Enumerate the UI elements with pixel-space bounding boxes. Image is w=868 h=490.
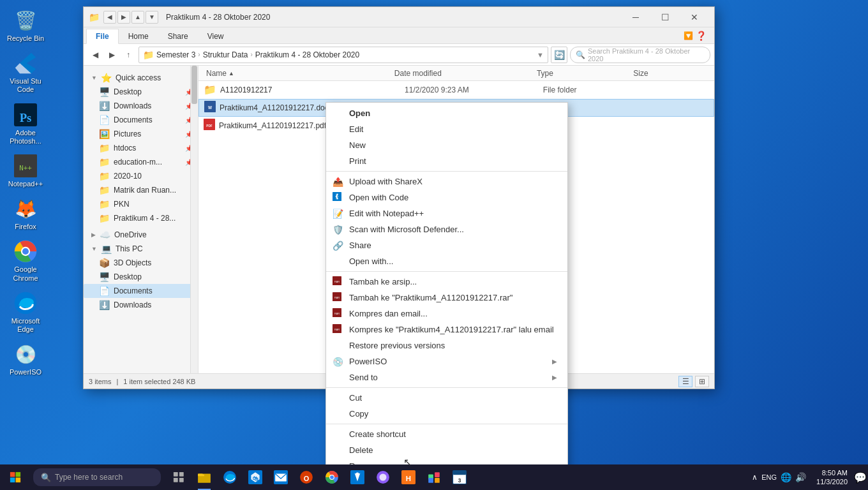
taskbar-purple-app[interactable]: [370, 464, 396, 490]
ribbon-tab-share[interactable]: Share: [158, 29, 198, 43]
path-semester: Semester 3: [156, 50, 195, 59]
tray-network-icon[interactable]: 🌐: [781, 472, 791, 482]
ctx-kompres-rar-email[interactable]: RAR Kompres ke "Praktikum4_A11201912217.…: [326, 322, 567, 338]
ctx-sharex[interactable]: 📤 Upload with ShareX: [326, 174, 567, 189]
sidebar-item-documents2[interactable]: 📄 Documents: [84, 284, 198, 298]
docx-icon: W: [204, 101, 216, 115]
sidebar-item-2020[interactable]: 📁 2020-10: [84, 169, 198, 183]
taskbar-office[interactable]: O: [294, 464, 319, 490]
col-header-type[interactable]: Type: [534, 69, 631, 78]
ctx-delete[interactable]: Delete: [326, 442, 567, 458]
ctx-open-with[interactable]: Open with...: [326, 253, 567, 269]
close-button[interactable]: ✕: [680, 7, 709, 27]
sidebar-item-education[interactable]: 📁 education-m... 📌: [84, 155, 198, 169]
desktop-icon-edge[interactable]: Microsoft Edge: [3, 288, 49, 336]
sidebar-item-downloads[interactable]: ⬇️ Downloads 📌: [84, 99, 198, 113]
tray-volume-icon[interactable]: 🔊: [795, 472, 806, 482]
sidebar-item-quick-access[interactable]: ▼ ⭐ Quick access: [84, 71, 198, 85]
nav-forward-btn[interactable]: ▶: [117, 11, 130, 24]
pdf-icon: PDF: [204, 119, 215, 133]
col-header-date[interactable]: Date modified: [392, 69, 534, 78]
quick-access-collapse: ▼: [91, 75, 97, 81]
nav-back-btn[interactable]: ◀: [103, 11, 116, 24]
tray-up-arrow[interactable]: ∧: [752, 473, 758, 482]
desktop-icon-photoshop[interactable]: Ps Adobe Photosh...: [3, 100, 49, 148]
taskbar-file-explorer[interactable]: [191, 464, 217, 490]
ctx-edit-notepad[interactable]: 📝 Edit with Notepad++: [326, 205, 567, 221]
ctx-scan[interactable]: 🛡️ Scan with Microsoft Defender...: [326, 221, 567, 237]
details-view-button[interactable]: ☰: [678, 376, 692, 387]
taskbar-calendar-app[interactable]: 3: [447, 464, 472, 490]
taskbar-chrome[interactable]: [319, 464, 345, 490]
taskbar-edge[interactable]: [217, 464, 243, 490]
ctx-kompres-email[interactable]: RAR Kompres dan email...: [326, 306, 567, 322]
forward-button[interactable]: ▶: [104, 47, 119, 63]
ctx-poweriso[interactable]: 💿 PowerISO ▶: [326, 353, 567, 369]
ctx-restore[interactable]: Restore previous versions: [326, 338, 567, 353]
sidebar-item-pictures[interactable]: 🖼️ Pictures 📌: [84, 127, 198, 141]
ctx-edit[interactable]: Edit: [326, 121, 567, 137]
desktop-icon-chrome[interactable]: Google Chrome: [3, 236, 49, 285]
ctx-create-shortcut[interactable]: Create shortcut: [326, 426, 567, 442]
sidebar-label-2020: 2020-10: [114, 172, 142, 181]
nav-up-btn[interactable]: ▲: [131, 11, 144, 24]
desktop-icon-notepad[interactable]: N++ Notepad++: [3, 151, 49, 191]
sidebar-item-thispc[interactable]: ▼ 💻 This PC: [84, 242, 198, 256]
maximize-button[interactable]: ☐: [650, 7, 680, 27]
sidebar-item-documents[interactable]: 📄 Documents 📌: [84, 113, 198, 127]
desktop-icon-poweriso[interactable]: 💿 PowerISO: [3, 339, 49, 379]
col-header-size[interactable]: Size: [631, 69, 709, 78]
ctx-tambah-arsip[interactable]: RAR Tambah ke arsip...: [326, 274, 567, 290]
start-button[interactable]: [0, 464, 31, 490]
ctx-share[interactable]: 🔗 Share: [326, 237, 567, 253]
ctx-open-code[interactable]: Open with Code: [326, 189, 567, 205]
ribbon-help-btn[interactable]: ❓: [696, 31, 707, 41]
taskbar-mail[interactable]: [268, 464, 294, 490]
ribbon-tab-file[interactable]: File: [86, 29, 119, 44]
sidebar-item-praktikum4[interactable]: 📁 Praktikum 4 - 28...: [84, 211, 198, 225]
sidebar-item-downloads2[interactable]: ⬇️ Downloads: [84, 298, 198, 312]
search-box[interactable]: 🔍 Search Praktikum 4 - 28 Oktober 2020: [570, 47, 710, 63]
up-button[interactable]: ↑: [121, 47, 136, 63]
sidebar-item-desktop2[interactable]: 🖥️ Desktop: [84, 270, 198, 284]
sidebar-item-onedrive[interactable]: ▶ ☁️ OneDrive: [84, 228, 198, 242]
taskbar-search[interactable]: 🔍 Type here to search: [33, 468, 161, 486]
file-row-folder[interactable]: 📁 A11201912217 11/2/2020 9:23 AM File fo…: [198, 81, 714, 99]
ctx-print[interactable]: Print: [326, 153, 567, 169]
col-header-name[interactable]: Name ▲: [204, 69, 392, 78]
desktop-icon-recycle-bin[interactable]: 🗑️ Recycle Bin: [3, 5, 49, 45]
sidebar-item-3dobjects[interactable]: 📦 3D Objects: [84, 256, 198, 270]
ctx-copy[interactable]: Copy: [326, 406, 567, 422]
nav-dropdown-btn[interactable]: ▼: [146, 11, 158, 24]
path-dropdown-arrow[interactable]: ▼: [537, 51, 544, 59]
taskbar-store[interactable]: 🛍: [243, 464, 268, 490]
ctx-new[interactable]: New: [326, 137, 567, 153]
taskbar-photos[interactable]: [421, 464, 447, 490]
ctx-cut[interactable]: Cut: [326, 390, 567, 406]
sidebar-item-matrik[interactable]: 📁 Matrik dan Ruan...: [84, 183, 198, 197]
sidebar-item-pkn[interactable]: 📁 PKN: [84, 197, 198, 211]
svg-text:O: O: [304, 475, 310, 482]
ribbon-collapse-arrow[interactable]: 🔽: [684, 31, 693, 40]
taskbar-orange-app[interactable]: H: [396, 464, 421, 490]
taskview-button[interactable]: [166, 464, 191, 490]
ctx-tambah-rar[interactable]: RAR Tambah ke "Praktikum4_A11201912217.r…: [326, 290, 567, 306]
ctx-sendto-arrow: ▶: [552, 374, 557, 381]
ribbon-tab-view[interactable]: View: [198, 29, 234, 43]
notification-center[interactable]: 💬: [853, 464, 868, 490]
address-path[interactable]: 📁 Semester 3 › Struktur Data › Praktikum…: [138, 47, 548, 63]
minimize-button[interactable]: ─: [621, 7, 650, 27]
sidebar-item-desktop[interactable]: 🖥️ Desktop 📌: [84, 85, 198, 99]
sidebar-item-htdocs[interactable]: 📁 htdocs 📌: [84, 141, 198, 155]
ribbon-tab-home[interactable]: Home: [119, 29, 158, 43]
desktop-icon-firefox[interactable]: 🦊 Firefox: [3, 193, 49, 234]
ctx-open[interactable]: Open: [326, 105, 567, 121]
tiles-view-button[interactable]: ⊞: [695, 376, 709, 387]
taskbar-time[interactable]: 8:50 AM 11/3/2020: [811, 468, 853, 487]
poweriso-icon: 💿: [13, 341, 38, 367]
desktop-icon-vscode[interactable]: Visual Stu Code: [3, 48, 49, 96]
ctx-send-to[interactable]: Send to ▶: [326, 369, 567, 385]
refresh-button[interactable]: 🔄: [551, 47, 567, 63]
taskbar-maps[interactable]: [345, 464, 370, 490]
back-button[interactable]: ◀: [87, 47, 103, 63]
